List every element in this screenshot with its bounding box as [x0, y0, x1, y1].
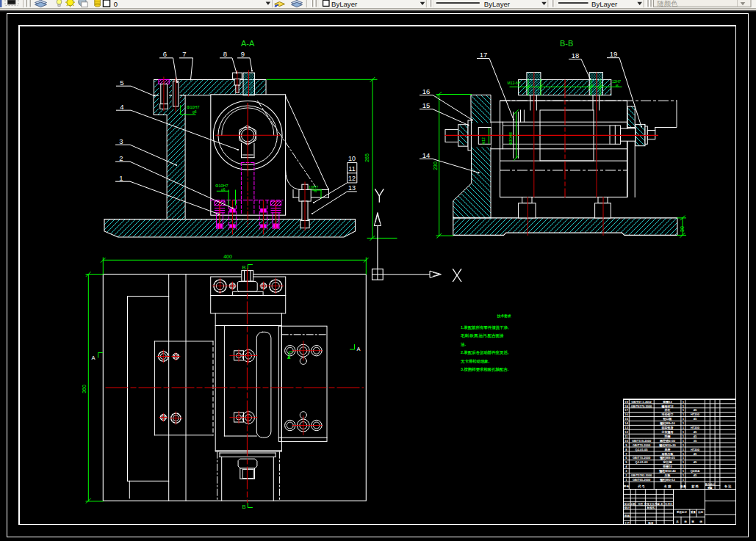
svg-text:随颜色: 随颜色	[658, 0, 678, 7]
svg-text:油.: 油.	[460, 342, 466, 347]
svg-text:批准: 批准	[647, 521, 654, 525]
svg-text:GB/T70-2000: GB/T70-2000	[633, 443, 651, 447]
svg-text:GB/T65-2000: GB/T65-2000	[633, 478, 651, 482]
svg-text:定位键: 定位键	[663, 460, 672, 464]
svg-text:13: 13	[348, 184, 356, 192]
svg-text:45: 45	[694, 452, 697, 456]
svg-text:35: 35	[694, 439, 697, 443]
svg-text:2.装配后各运动部件应灵活,: 2.装配后各运动部件应灵活,	[461, 350, 509, 355]
svg-text:7: 7	[182, 50, 186, 58]
svg-text:备 注: 备 注	[724, 484, 732, 488]
svg-text:分区: 分区	[637, 502, 644, 506]
svg-text:底座: 底座	[664, 448, 671, 451]
svg-text:GB/T97.1-2002: GB/T97.1-2002	[631, 400, 652, 404]
svg-text:第: 第	[691, 520, 694, 523]
svg-text:技术要求: 技术要求	[496, 313, 511, 319]
svg-text:f6: f6	[314, 189, 317, 193]
svg-text:0: 0	[114, 0, 118, 8]
svg-text:丝杠: 丝杠	[664, 408, 672, 412]
svg-text:处数: 处数	[630, 502, 636, 506]
svg-text:8: 8	[223, 50, 227, 58]
svg-text:5: 5	[120, 79, 123, 87]
svg-text:Φ30H8: Φ30H8	[508, 132, 513, 145]
svg-text:HT200: HT200	[691, 448, 700, 451]
svg-text:阶段标记: 阶段标记	[677, 510, 687, 514]
svg-text:年月日: 年月日	[664, 502, 673, 506]
svg-text:M12-6H: M12-6H	[508, 81, 521, 85]
svg-text:6: 6	[163, 50, 167, 58]
svg-text:400: 400	[223, 254, 232, 259]
svg-text:数量: 数量	[680, 484, 686, 488]
svg-text:GB/T6170-2000: GB/T6170-2000	[631, 404, 652, 408]
svg-text:12: 12	[624, 430, 628, 434]
svg-text:钳口板: 钳口板	[663, 417, 672, 421]
svg-text:审核: 审核	[624, 514, 630, 518]
svg-text:10: 10	[624, 439, 628, 443]
svg-text:B: B	[242, 264, 245, 271]
svg-text:标准化: 标准化	[646, 506, 655, 509]
svg-text:g6: g6	[221, 187, 226, 192]
svg-text:B: B	[242, 504, 245, 510]
svg-text:14: 14	[422, 151, 431, 159]
svg-text:15: 15	[422, 101, 431, 109]
svg-text:重量: 重量	[707, 486, 713, 490]
svg-text:标记: 标记	[624, 502, 630, 506]
svg-text:g6: g6	[192, 109, 197, 114]
svg-text:GB/T5782-2000: GB/T5782-2000	[631, 473, 652, 477]
svg-text:A: A	[91, 355, 95, 361]
svg-text:GB/T119-2000: GB/T119-2000	[632, 439, 652, 443]
svg-text:16: 16	[422, 87, 431, 95]
svg-text:265: 265	[364, 153, 370, 162]
svg-text:张: 张	[684, 520, 687, 523]
svg-text:工艺: 工艺	[624, 521, 630, 525]
svg-text:18: 18	[572, 51, 580, 59]
svg-text:1.装配前所有零件清洗干净,: 1.装配前所有零件清洗干净,	[461, 325, 509, 330]
svg-text:ByLayer: ByLayer	[331, 0, 358, 8]
svg-text:15: 15	[624, 417, 628, 421]
svg-text:3: 3	[119, 137, 123, 145]
svg-text:垫圈12: 垫圈12	[662, 400, 672, 404]
svg-text:4: 4	[120, 103, 123, 111]
svg-text:19: 19	[624, 400, 628, 404]
svg-text:14: 14	[624, 421, 628, 425]
svg-text:230: 230	[433, 161, 438, 170]
svg-text:1: 1	[119, 174, 123, 182]
svg-text:QJ-01-03: QJ-01-03	[636, 460, 649, 464]
svg-text:17: 17	[480, 51, 488, 59]
svg-text:活动钳口: 活动钳口	[661, 413, 674, 416]
svg-text:9: 9	[241, 50, 245, 58]
svg-text:张: 张	[699, 520, 702, 523]
svg-text:f6: f6	[616, 84, 619, 88]
svg-text:19: 19	[610, 50, 618, 58]
svg-text:更改文件号: 更改文件号	[644, 502, 658, 506]
svg-text:12: 12	[348, 175, 356, 182]
svg-text:13: 13	[624, 426, 628, 429]
svg-text:360: 360	[82, 385, 87, 393]
svg-text:毛刺,铁屑,油污,配合面涂: 毛刺,铁屑,油污,配合面涂	[460, 333, 504, 338]
svg-text:11: 11	[348, 165, 355, 173]
svg-text:HT200: HT200	[691, 426, 700, 429]
svg-text:无卡滞松动现象.: 无卡滞松动现象.	[460, 359, 490, 364]
svg-text:45: 45	[694, 473, 697, 477]
svg-text:重量: 重量	[690, 510, 696, 514]
svg-text:挡圈: 挡圈	[664, 435, 671, 438]
svg-text:45: 45	[694, 460, 697, 464]
svg-text:A: A	[356, 346, 360, 352]
svg-text:16: 16	[624, 413, 628, 416]
svg-text:10: 10	[348, 155, 356, 162]
svg-text:设计: 设计	[624, 506, 630, 509]
svg-text:B-B: B-B	[560, 39, 573, 48]
svg-text:45: 45	[694, 417, 697, 421]
svg-text:30: 30	[680, 226, 685, 232]
svg-text:ByLayer: ByLayer	[484, 0, 511, 8]
svg-text:共: 共	[675, 520, 679, 523]
svg-text:12H7: 12H7	[612, 79, 621, 84]
svg-text:11: 11	[624, 435, 628, 438]
svg-text:17: 17	[624, 408, 628, 412]
svg-text:A-A: A-A	[241, 39, 255, 48]
svg-text:总计: 总计	[709, 483, 715, 486]
svg-text:序号: 序号	[623, 484, 630, 488]
svg-text:3.按图样要求检验孔轴配合.: 3.按图样要求检验孔轴配合.	[461, 367, 509, 372]
svg-text:2: 2	[119, 154, 123, 162]
svg-text:垫圈10: 垫圈10	[662, 465, 672, 468]
